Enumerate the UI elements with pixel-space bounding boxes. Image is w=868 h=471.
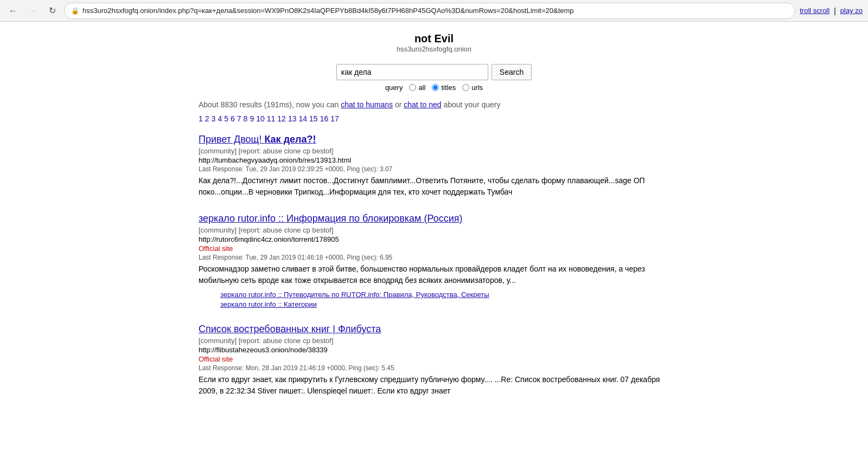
result-ping: Last Response: Tue, 29 Jan 2019 01:46:18… xyxy=(199,254,669,261)
page-link-10[interactable]: 10 xyxy=(256,114,265,123)
result-title[interactable]: зеркало rutor.info :: Информация по блок… xyxy=(199,213,669,224)
sub-links: зеркало rutor.info :: Путеводитель по RU… xyxy=(199,291,669,308)
result-snippet: Как дела?!...Достигнут лимит постов...До… xyxy=(199,175,669,198)
search-input[interactable] xyxy=(336,64,488,80)
site-header: not Evil hss3uro2hsxfogfq.onion xyxy=(199,33,669,53)
url-text: hss3uro2hsxfogfq.onion/index.php?q=как+д… xyxy=(82,7,788,15)
result-item: зеркало rutor.info :: Информация по блок… xyxy=(199,213,669,308)
page-link-5[interactable]: 5 xyxy=(224,114,228,123)
page-link-13[interactable]: 13 xyxy=(288,114,297,123)
page-link-17[interactable]: 17 xyxy=(330,114,339,123)
chat-ned-link[interactable]: chat to ned xyxy=(404,100,441,109)
back-button[interactable]: ← xyxy=(5,3,21,18)
search-button[interactable]: Search xyxy=(492,64,532,80)
all-radio[interactable] xyxy=(409,84,416,91)
results-count-text: About 8830 results (191ms), now you can xyxy=(199,100,339,109)
titles-option[interactable]: titles xyxy=(432,83,456,92)
forward-button[interactable]: → xyxy=(25,3,40,18)
results-info: About 8830 results (191ms), now you can … xyxy=(199,100,669,109)
pagination: 1 2 3 4 5 6 7 8 9 10 11 12 13 14 15 16 1… xyxy=(199,114,669,123)
result-official: Official site xyxy=(199,355,669,363)
result-url: http://rutorc6mqdinc4cz.onion/torrent/17… xyxy=(199,235,669,243)
chat-humans-link[interactable]: chat to humans xyxy=(341,100,393,109)
lock-icon: 🔒 xyxy=(71,7,79,15)
result-meta: [community] [report: abuse clone cp best… xyxy=(199,147,669,155)
all-option[interactable]: all xyxy=(409,83,425,92)
site-subtitle: hss3uro2hsxfogfq.onion xyxy=(199,45,669,53)
urls-option[interactable]: urls xyxy=(462,83,483,92)
urls-radio[interactable] xyxy=(462,84,469,91)
result-url: http://flibustahezeous3.onion/node/38339 xyxy=(199,346,669,354)
page-link-12[interactable]: 12 xyxy=(277,114,286,123)
or-text: or xyxy=(395,100,401,109)
result-snippet: Если кто вдруг знает, как прикрутить к Г… xyxy=(199,374,669,397)
troll-scroll-link[interactable]: troll scroll xyxy=(800,7,829,15)
page-link-2[interactable]: 2 xyxy=(205,114,209,123)
page-link-1[interactable]: 1 xyxy=(199,114,203,123)
result-meta: [community] [report: abuse clone cp best… xyxy=(199,226,669,234)
result-item: Список востребованных книг | Флибуста[co… xyxy=(199,324,669,397)
page-link-3[interactable]: 3 xyxy=(212,114,216,123)
result-ping: Last Response: Tue, 29 Jan 2019 02:39:25… xyxy=(199,165,669,173)
query-label: query xyxy=(385,83,403,92)
page-link-11[interactable]: 11 xyxy=(267,114,276,123)
search-form: Search xyxy=(336,64,532,80)
page-link-14[interactable]: 14 xyxy=(298,114,307,123)
result-official: Official site xyxy=(199,244,669,253)
sub-link[interactable]: зеркало rutor.info :: Категории xyxy=(220,300,669,308)
sub-link[interactable]: зеркало rutor.info :: Путеводитель по RU… xyxy=(220,291,669,299)
search-options: query all titles urls xyxy=(199,83,669,92)
titles-radio[interactable] xyxy=(432,84,439,91)
result-item: Привет Двощ! Как дела?![community] [repo… xyxy=(199,134,669,198)
browser-chrome: ← → ↻ 🔒 hss3uro2hsxfogfq.onion/index.php… xyxy=(0,0,868,22)
page-link-6[interactable]: 6 xyxy=(231,114,235,123)
play-zo-link[interactable]: play zo xyxy=(840,7,863,15)
site-title: not Evil xyxy=(199,33,669,45)
result-title[interactable]: Привет Двощ! Как дела?! xyxy=(199,134,669,145)
page-content: not Evil hss3uro2hsxfogfq.onion Search q… xyxy=(190,22,678,423)
result-ping: Last Response: Mon, 28 Jan 2019 21:46:19… xyxy=(199,364,669,372)
search-area: Search query all titles urls xyxy=(199,64,669,92)
about-query-text: about your query xyxy=(443,100,500,109)
result-snippet: Роскомнадзор заметно сливает в этой битв… xyxy=(199,263,669,286)
results-container: Привет Двощ! Как дела?![community] [repo… xyxy=(199,134,669,397)
address-bar[interactable]: 🔒 hss3uro2hsxfogfq.onion/index.php?q=как… xyxy=(64,3,795,19)
result-title[interactable]: Список востребованных книг | Флибуста xyxy=(199,324,669,335)
reload-button[interactable]: ↻ xyxy=(44,3,60,18)
page-link-16[interactable]: 16 xyxy=(320,114,329,123)
page-link-8[interactable]: 8 xyxy=(244,114,248,123)
page-link-15[interactable]: 15 xyxy=(309,114,318,123)
browser-right-links: troll scroll | play zo xyxy=(800,7,863,15)
page-link-9[interactable]: 9 xyxy=(250,114,254,123)
result-url: http://tumbachegvyaadyq.onion/b/res/1391… xyxy=(199,156,669,164)
page-link-4[interactable]: 4 xyxy=(218,114,222,123)
page-link-7[interactable]: 7 xyxy=(237,114,241,123)
result-meta: [community] [report: abuse clone cp best… xyxy=(199,337,669,345)
